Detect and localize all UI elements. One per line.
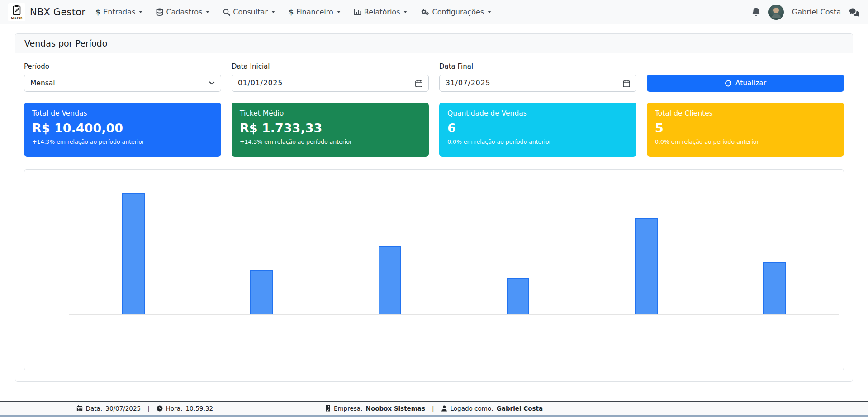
building-icon xyxy=(325,405,331,412)
stat-delta: 0.0% em relação ao período anterior xyxy=(655,138,836,145)
stat-delta: 0.0% em relação ao período anterior xyxy=(447,138,628,145)
menu-consultar[interactable]: Consultar xyxy=(223,8,275,16)
chart-bar xyxy=(379,246,401,314)
menu-label: Consultar xyxy=(233,8,268,16)
status-footer: Data: 30/07/2025 | Hora: 10:59:32 Empres… xyxy=(0,401,868,415)
menu-cadastros[interactable]: Cadastros xyxy=(156,8,209,16)
stat-delta: +14.3% em relação ao período anterior xyxy=(240,138,421,145)
chevron-down-icon xyxy=(209,81,215,85)
footer-time-label: Hora: xyxy=(166,405,183,412)
chevron-down-icon xyxy=(488,11,491,13)
stat-delta: +14.3% em relação ao período anterior xyxy=(32,138,213,145)
footer-company-value: Noobox Sistemas xyxy=(366,405,425,412)
app-title: NBX Gestor xyxy=(30,7,85,18)
bottom-edge-strip xyxy=(0,415,868,417)
menu-configuracoes[interactable]: Configurações xyxy=(421,8,491,16)
stat-value: 5 xyxy=(655,121,836,135)
stat-card-total-vendas: Total de Vendas R$ 10.400,00 +14.3% em r… xyxy=(24,103,221,157)
chevron-down-icon xyxy=(403,11,407,13)
footer-logged-value: Gabriel Costa xyxy=(497,405,543,412)
person-icon xyxy=(441,405,447,412)
update-button-label: Atualizar xyxy=(735,79,766,87)
calendar-icon xyxy=(76,405,83,412)
database-icon xyxy=(156,8,163,16)
top-navbar: GESTOR NBX Gestor $ Entradas Cadastros C… xyxy=(0,0,868,24)
start-date-input[interactable]: 01/01/2025 xyxy=(232,75,429,92)
menu-label: Configurações xyxy=(432,8,484,16)
menu-entradas[interactable]: $ Entradas xyxy=(95,8,142,16)
menu-label: Relatórios xyxy=(364,8,400,16)
menu-label: Cadastros xyxy=(166,8,202,16)
stat-value: 6 xyxy=(447,121,628,135)
footer-separator: | xyxy=(147,405,150,412)
calendar-icon xyxy=(623,80,630,87)
chart-bar xyxy=(763,262,786,314)
stat-card-ticket-medio: Ticket Médio R$ 1.733,33 +14.3% em relaç… xyxy=(232,103,429,157)
notifications-bell-icon[interactable] xyxy=(752,7,760,17)
footer-datetime: Data: 30/07/2025 | Hora: 10:59:32 xyxy=(0,405,289,412)
chart-bar xyxy=(122,193,145,314)
clipboard-icon xyxy=(12,5,21,16)
logo-caption: GESTOR xyxy=(11,16,22,19)
menu-financeiro[interactable]: $ Financeiro xyxy=(289,8,341,16)
search-icon xyxy=(223,9,230,16)
bar-chart-icon xyxy=(354,9,361,15)
footer-logged-label: Logado como: xyxy=(451,405,493,412)
footer-company-user: Empresa: Noobox Sistemas | Logado como: … xyxy=(289,405,579,412)
chevron-down-icon xyxy=(139,11,142,13)
stat-title: Total de Vendas xyxy=(32,109,213,117)
period-label: Período xyxy=(24,62,221,70)
chart-bar xyxy=(635,218,658,314)
stat-title: Quantidade de Vendas xyxy=(447,109,628,117)
stat-card-total-clientes: Total de Clientes 5 0.0% em relação ao p… xyxy=(647,103,844,157)
person-photo-icon xyxy=(768,5,784,20)
menu-relatorios[interactable]: Relatórios xyxy=(354,8,408,16)
main-menu: $ Entradas Cadastros Consultar $ Finance… xyxy=(95,8,491,16)
sales-bar-chart xyxy=(69,192,839,315)
logged-user-name[interactable]: Gabriel Costa xyxy=(792,8,841,16)
stat-card-quantidade-vendas: Quantidade de Vendas 6 0.0% em relação a… xyxy=(439,103,636,157)
period-select[interactable]: Mensal xyxy=(24,75,221,92)
end-date-input[interactable]: 31/07/2025 xyxy=(439,75,636,92)
stat-value: R$ 1.733,33 xyxy=(240,121,421,135)
update-button[interactable]: Atualizar xyxy=(647,75,844,92)
end-date-value: 31/07/2025 xyxy=(446,79,623,87)
footer-separator: | xyxy=(432,405,434,412)
stat-title: Total de Clientes xyxy=(655,109,836,117)
chart-bar xyxy=(250,270,273,314)
footer-date-value: 30/07/2025 xyxy=(105,405,141,412)
app-logo-icon: GESTOR xyxy=(8,3,25,21)
clock-icon xyxy=(157,405,163,412)
page-title: Vendas por Período xyxy=(15,34,853,53)
gears-icon xyxy=(421,8,429,16)
menu-label: Financeiro xyxy=(296,8,333,16)
footer-date-label: Data: xyxy=(86,405,103,412)
footer-company-label: Empresa: xyxy=(334,405,363,412)
filters-row: Período Mensal Data Inicial 01/01/2025 D… xyxy=(24,62,844,92)
start-date-label: Data Inicial xyxy=(232,62,429,70)
chevron-down-icon xyxy=(271,11,275,13)
footer-time-value: 10:59:32 xyxy=(186,405,213,412)
stat-value: R$ 10.400,00 xyxy=(32,121,213,135)
dollar-icon: $ xyxy=(289,8,294,16)
sales-bar-chart-card xyxy=(24,169,844,370)
dollar-icon: $ xyxy=(95,8,100,16)
chart-bar xyxy=(507,278,529,314)
end-date-label: Data Final xyxy=(439,62,636,70)
brand[interactable]: GESTOR NBX Gestor xyxy=(8,3,85,21)
chat-icon[interactable] xyxy=(849,8,860,17)
sales-by-period-card: Vendas por Período Período Mensal Data I… xyxy=(15,33,853,382)
start-date-value: 01/01/2025 xyxy=(238,79,415,87)
stat-title: Ticket Médio xyxy=(240,109,421,117)
calendar-icon xyxy=(415,80,422,87)
stats-row: Total de Vendas R$ 10.400,00 +14.3% em r… xyxy=(24,103,844,157)
menu-label: Entradas xyxy=(103,8,135,16)
chevron-down-icon xyxy=(337,11,341,13)
chevron-down-icon xyxy=(206,11,209,13)
user-avatar[interactable] xyxy=(768,5,784,20)
period-selected-value: Mensal xyxy=(30,79,209,87)
refresh-icon xyxy=(725,80,732,87)
